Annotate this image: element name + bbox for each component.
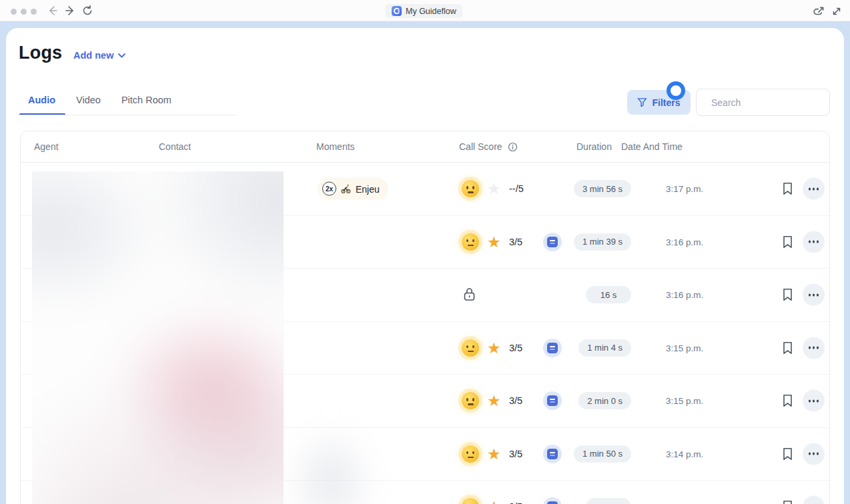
transcript-icon[interactable] xyxy=(543,233,562,251)
copy-link-icon[interactable] xyxy=(813,5,825,17)
date-time-value: 3:17 p.m. xyxy=(666,184,703,194)
tab-video[interactable]: Video xyxy=(76,95,101,115)
browser-toolbar: My Guideflow xyxy=(0,0,850,21)
star-icon xyxy=(487,234,501,249)
date-time-value: 3:16 p.m. xyxy=(666,237,703,247)
transcript-icon[interactable] xyxy=(543,445,562,463)
window-dot[interactable] xyxy=(11,9,17,15)
sentiment-emoji-icon xyxy=(462,180,479,197)
ellipsis-icon xyxy=(813,453,815,455)
forward-arrow-icon[interactable] xyxy=(64,5,76,17)
back-arrow-icon[interactable] xyxy=(47,5,59,17)
page-title: Logs xyxy=(19,43,62,63)
bookmark-icon[interactable] xyxy=(781,288,794,302)
moment-label: Enjeu xyxy=(356,183,380,194)
logs-table: Agent Contact Moments Call Score Duratio… xyxy=(20,131,830,504)
table-header: Agent Contact Moments Call Score Duratio… xyxy=(21,131,829,163)
duration-badge: 1 min 50 s xyxy=(574,445,631,463)
moment-chip[interactable]: 2x Enjeu xyxy=(318,178,388,200)
reload-icon[interactable] xyxy=(81,5,93,17)
duration-badge: 16 s xyxy=(586,286,631,303)
tabs-underline xyxy=(17,115,237,115)
duration-badge xyxy=(586,498,631,504)
sentiment-emoji-icon xyxy=(462,498,479,504)
app-panel: Logs Add new Audio Video Pitch Room Filt… xyxy=(6,28,844,504)
browser-tab-title: My Guideflow xyxy=(406,7,456,16)
star-icon xyxy=(487,181,501,197)
search-box[interactable] xyxy=(696,89,830,116)
window-controls[interactable] xyxy=(11,9,37,15)
guideflow-logo-icon xyxy=(392,6,402,16)
duration-badge: 2 min 0 s xyxy=(578,392,631,409)
star-icon xyxy=(487,340,501,355)
col-duration: Duration xyxy=(576,141,612,152)
row-actions-button[interactable] xyxy=(803,284,825,306)
row-actions-button[interactable] xyxy=(803,496,825,504)
cyclist-emoji-icon xyxy=(341,184,351,194)
info-icon[interactable] xyxy=(508,142,518,152)
star-icon xyxy=(487,446,501,461)
add-new-label: Add new xyxy=(73,50,113,61)
tab-bar: Audio Video Pitch Room xyxy=(28,95,171,115)
star-icon xyxy=(487,499,501,504)
call-score-value: 3/5 xyxy=(509,449,522,459)
bookmark-icon[interactable] xyxy=(781,341,794,355)
chevron-down-icon xyxy=(118,53,125,58)
lock-icon xyxy=(462,287,476,303)
transcript-icon[interactable] xyxy=(543,497,562,504)
call-score-value: 3/5 xyxy=(509,237,522,247)
browser-tab[interactable]: My Guideflow xyxy=(386,4,462,18)
date-time-value: 3:16 p.m. xyxy=(666,290,703,300)
ellipsis-icon xyxy=(813,187,815,190)
call-score-value: 3/5 xyxy=(509,395,522,406)
bookmark-icon[interactable] xyxy=(781,235,794,249)
tab-pitch-room[interactable]: Pitch Room xyxy=(121,95,171,115)
sentiment-emoji-icon xyxy=(462,233,479,251)
tab-audio[interactable]: Audio xyxy=(28,95,55,115)
star-icon xyxy=(487,393,501,409)
duration-badge: 1 min 4 s xyxy=(578,339,631,357)
date-time-value: 3:14 p.m. xyxy=(666,449,703,459)
bookmark-icon[interactable] xyxy=(781,447,794,461)
click-cursor-indicator xyxy=(667,81,685,100)
add-new-button[interactable]: Add new xyxy=(73,50,125,61)
col-call-score-label: Call Score xyxy=(459,141,502,152)
blurred-agent-contact-region xyxy=(32,171,284,504)
transcript-icon[interactable] xyxy=(543,391,562,410)
col-contact: Contact xyxy=(159,141,191,152)
call-score-value: 3/5 xyxy=(509,343,522,353)
row-actions-button[interactable] xyxy=(803,443,825,465)
window-dot[interactable] xyxy=(31,9,37,15)
search-input[interactable] xyxy=(711,97,832,108)
bookmark-icon[interactable] xyxy=(781,182,794,196)
col-moments: Moments xyxy=(316,141,355,152)
ellipsis-icon xyxy=(813,241,815,243)
duration-badge: 1 min 39 s xyxy=(574,233,631,251)
col-date-time: Date And Time xyxy=(621,141,683,152)
sentiment-emoji-icon xyxy=(462,339,479,357)
filter-funnel-icon xyxy=(637,97,647,107)
bookmark-icon[interactable] xyxy=(781,394,794,408)
expand-icon[interactable] xyxy=(831,5,843,17)
call-score-value: 3/5 xyxy=(509,501,522,504)
blurred-region xyxy=(288,425,374,504)
row-actions-button[interactable] xyxy=(803,178,825,200)
row-actions-button[interactable] xyxy=(803,390,825,412)
ellipsis-icon xyxy=(813,293,815,296)
col-call-score: Call Score xyxy=(459,141,518,152)
row-actions-button[interactable] xyxy=(803,337,825,359)
bookmark-icon[interactable] xyxy=(781,500,794,504)
transcript-icon[interactable] xyxy=(543,339,562,357)
ellipsis-icon xyxy=(813,347,815,349)
window-dot[interactable] xyxy=(21,9,27,15)
ellipsis-icon xyxy=(813,399,815,402)
moment-count-badge: 2x xyxy=(322,182,336,196)
row-actions-button[interactable] xyxy=(803,231,825,253)
col-agent: Agent xyxy=(34,141,59,152)
date-time-value: 3:15 p.m. xyxy=(666,343,703,353)
call-score-value: --/5 xyxy=(509,183,524,194)
sentiment-emoji-icon xyxy=(462,392,479,409)
sentiment-emoji-icon xyxy=(462,445,479,463)
date-time-value: 3:15 p.m. xyxy=(666,396,703,406)
duration-badge: 3 min 56 s xyxy=(574,180,631,197)
